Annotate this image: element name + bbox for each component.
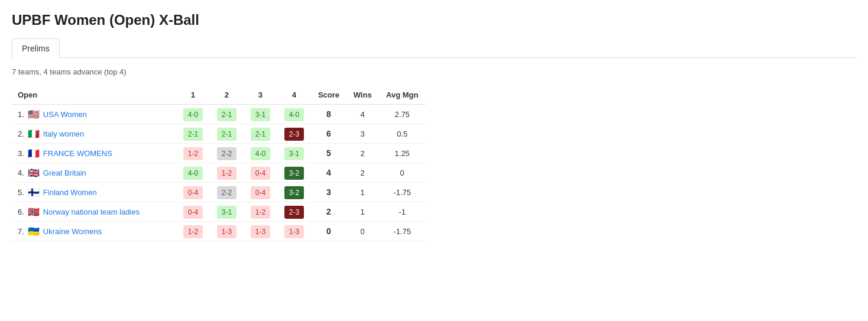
rank: 2. bbox=[18, 129, 24, 138]
wins: 2 bbox=[346, 144, 378, 163]
team-link[interactable]: 4.🇬🇧Great Britain bbox=[18, 168, 170, 177]
match-cell-1: 2-1 bbox=[176, 124, 210, 144]
team-cell: 6.🇳🇴Norway national team ladies bbox=[12, 202, 176, 222]
tab-bar: Prelims bbox=[12, 38, 856, 58]
rank: 1. bbox=[18, 110, 24, 119]
match-cell-3: 4-0 bbox=[244, 144, 277, 163]
match-score-4: 4-0 bbox=[284, 108, 304, 121]
table-row: 6.🇳🇴Norway national team ladies0-43-11-2… bbox=[12, 202, 426, 222]
match-score-3: 3-1 bbox=[251, 108, 270, 121]
team-cell: 1.🇺🇸USA Women bbox=[12, 105, 176, 124]
rank: 6. bbox=[18, 207, 24, 216]
col-header-4: 4 bbox=[277, 86, 311, 105]
total-score: 6 bbox=[311, 124, 346, 144]
flag-icon: 🇫🇷 bbox=[28, 149, 40, 157]
col-header-score: Score bbox=[311, 86, 346, 105]
col-header-1: 1 bbox=[176, 86, 210, 105]
match-score-2: 2-2 bbox=[217, 147, 237, 160]
wins: 4 bbox=[346, 105, 378, 124]
table-row: 5.🇫🇮Finland Women0-42-20-43-231-1.75 bbox=[12, 183, 426, 202]
match-cell-1: 1-2 bbox=[176, 222, 210, 241]
match-score-1: 0-4 bbox=[183, 206, 203, 219]
match-score-3: 1-3 bbox=[251, 225, 270, 238]
match-cell-4: 3-2 bbox=[277, 183, 311, 202]
match-cell-3: 0-4 bbox=[244, 183, 277, 202]
team-name: Italy women bbox=[43, 129, 84, 138]
match-score-4: 1-3 bbox=[284, 225, 304, 238]
match-score-2: 2-1 bbox=[217, 108, 237, 121]
match-score-4: 2-3 bbox=[284, 128, 304, 141]
match-score-1: 1-2 bbox=[183, 225, 203, 238]
wins: 2 bbox=[346, 163, 378, 183]
team-cell: 4.🇬🇧Great Britain bbox=[12, 163, 176, 183]
match-cell-2: 2-1 bbox=[210, 105, 244, 124]
flag-icon: 🇬🇧 bbox=[28, 168, 40, 177]
match-cell-2: 1-2 bbox=[210, 163, 244, 183]
avg-margin: 2.75 bbox=[378, 105, 426, 124]
match-cell-3: 2-1 bbox=[244, 124, 277, 144]
match-cell-1: 4-0 bbox=[176, 163, 210, 183]
match-cell-1: 0-4 bbox=[176, 183, 210, 202]
match-score-1: 4-0 bbox=[183, 167, 203, 180]
team-name: FRANCE WOMENS bbox=[43, 149, 112, 158]
total-score: 2 bbox=[311, 202, 346, 222]
flag-icon: 🇺🇸 bbox=[28, 110, 40, 118]
match-score-3: 2-1 bbox=[251, 128, 270, 141]
match-score-1: 0-4 bbox=[183, 186, 203, 199]
team-link[interactable]: 6.🇳🇴Norway national team ladies bbox=[18, 207, 170, 216]
match-cell-2: 2-2 bbox=[210, 183, 244, 202]
match-cell-4: 4-0 bbox=[277, 105, 311, 124]
match-score-2: 1-3 bbox=[217, 225, 237, 238]
standings-table: Open 1 2 3 4 Score Wins Avg Mgn 1.🇺🇸USA … bbox=[12, 86, 426, 241]
flag-icon: 🇫🇮 bbox=[28, 188, 40, 196]
page-title: UPBF Women (Open) X-Ball bbox=[12, 12, 856, 28]
table-row: 2.🇮🇹Italy women2-12-12-12-3630.5 bbox=[12, 124, 426, 144]
team-name: Norway national team ladies bbox=[43, 207, 140, 216]
match-score-4: 3-2 bbox=[284, 186, 304, 199]
team-name: USA Women bbox=[43, 110, 87, 119]
table-row: 7.🇺🇦Ukraine Womens1-21-31-31-300-1.75 bbox=[12, 222, 426, 241]
team-cell: 7.🇺🇦Ukraine Womens bbox=[12, 222, 176, 241]
rank: 7. bbox=[18, 227, 24, 236]
table-row: 1.🇺🇸USA Women4-02-13-14-0842.75 bbox=[12, 105, 426, 124]
flag-icon: 🇳🇴 bbox=[28, 207, 40, 216]
total-score: 0 bbox=[311, 222, 346, 241]
wins: 1 bbox=[346, 202, 378, 222]
team-name: Ukraine Womens bbox=[43, 227, 102, 236]
rank: 3. bbox=[18, 149, 24, 158]
match-score-2: 3-1 bbox=[217, 206, 237, 219]
match-score-2: 2-2 bbox=[217, 186, 237, 199]
match-score-1: 1-2 bbox=[183, 147, 203, 160]
avg-margin: -1.75 bbox=[378, 222, 426, 241]
team-name: Finland Women bbox=[43, 188, 97, 197]
wins: 3 bbox=[346, 124, 378, 144]
match-score-4: 2-3 bbox=[284, 206, 304, 219]
col-header-open: Open bbox=[12, 86, 176, 105]
team-link[interactable]: 1.🇺🇸USA Women bbox=[18, 110, 170, 119]
match-score-3: 1-2 bbox=[251, 206, 270, 219]
total-score: 5 bbox=[311, 144, 346, 163]
col-header-avgmgn: Avg Mgn bbox=[378, 86, 426, 105]
col-header-wins: Wins bbox=[346, 86, 378, 105]
total-score: 3 bbox=[311, 183, 346, 202]
subtitle: 7 teams, 4 teams advance (top 4) bbox=[12, 67, 856, 76]
match-cell-4: 1-3 bbox=[277, 222, 311, 241]
match-cell-3: 0-4 bbox=[244, 163, 277, 183]
team-link[interactable]: 2.🇮🇹Italy women bbox=[18, 129, 170, 138]
match-cell-4: 2-3 bbox=[277, 124, 311, 144]
tab-prelims[interactable]: Prelims bbox=[12, 38, 60, 58]
team-link[interactable]: 7.🇺🇦Ukraine Womens bbox=[18, 227, 170, 236]
total-score: 4 bbox=[311, 163, 346, 183]
match-cell-2: 2-1 bbox=[210, 124, 244, 144]
wins: 1 bbox=[346, 183, 378, 202]
match-score-1: 4-0 bbox=[183, 108, 203, 121]
team-link[interactable]: 3.🇫🇷FRANCE WOMENS bbox=[18, 149, 170, 158]
match-cell-3: 3-1 bbox=[244, 105, 277, 124]
match-cell-2: 2-2 bbox=[210, 144, 244, 163]
match-cell-3: 1-3 bbox=[244, 222, 277, 241]
match-score-3: 0-4 bbox=[251, 186, 270, 199]
team-cell: 5.🇫🇮Finland Women bbox=[12, 183, 176, 202]
match-cell-1: 0-4 bbox=[176, 202, 210, 222]
match-score-3: 0-4 bbox=[251, 167, 270, 180]
team-link[interactable]: 5.🇫🇮Finland Women bbox=[18, 188, 170, 197]
